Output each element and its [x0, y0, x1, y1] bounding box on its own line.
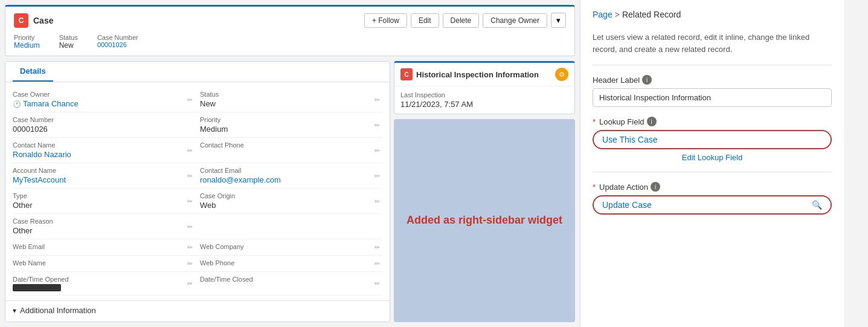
field-web-email: Web Email ✏: [13, 243, 195, 251]
field-contact-email: Contact Email ronaldo@example.com ✏: [200, 167, 382, 184]
update-action-label-text: Update Action: [599, 183, 648, 192]
field-case-owner: Case Owner 🕐Tamara Chance ✏: [13, 91, 195, 108]
edit-icon-contact-email: ✏: [375, 172, 380, 180]
case-meta: Priority Medium Status New Case Number 0…: [14, 34, 566, 50]
case-reason-value: Other: [13, 226, 195, 235]
edit-button[interactable]: Edit: [411, 13, 439, 28]
details-grid: Case Owner 🕐Tamara Chance ✏ Status New ✏…: [5, 82, 390, 300]
breadcrumb-current: Related Record: [622, 10, 681, 19]
update-action-group: * Update Action i Update Case 🔍: [593, 182, 832, 215]
meta-case-number: Case Number 00001026: [97, 34, 138, 50]
update-action-search-icon[interactable]: 🔍: [812, 200, 822, 210]
priority-value: Medium: [14, 41, 40, 50]
edit-icon-case-owner: ✏: [187, 96, 193, 103]
right-widget: C Historical Inspection Information ⚙ La…: [394, 61, 575, 322]
additional-info-label: Additional Information: [20, 306, 96, 315]
inspection-card-title-text: Historical Inspection Information: [416, 70, 539, 79]
config-panel: Page > Related Record Let users view a r…: [580, 0, 844, 327]
field-row-6: Web Email ✏ Web Company ✏: [13, 239, 382, 256]
field-row-7: Web Name ✏ Web Phone ✏: [13, 256, 382, 272]
status-value: New: [59, 41, 78, 50]
lookup-field-group: * Lookup Field i Use This Case Edit Look…: [593, 117, 832, 162]
field-web-phone: Web Phone ✏: [200, 259, 382, 268]
tab-details[interactable]: Details: [13, 62, 53, 82]
case-number-field: 00001026: [13, 125, 195, 134]
field-web-name: Web Name ✏: [13, 259, 195, 268]
case-title: C Case: [14, 13, 53, 28]
field-row-5: Case Reason Other ✏: [13, 214, 382, 239]
account-name-value[interactable]: MyTestAccount: [13, 175, 195, 184]
field-row-1: Case Number 00001026 Priority Medium ✏: [13, 112, 382, 138]
contact-email-value[interactable]: ronaldo@example.com: [200, 175, 382, 184]
field-account-name: Account Name MyTestAccount ✏: [13, 167, 195, 184]
field-type: Type Other ✏: [13, 192, 195, 210]
field-contact-name: Contact Name Ronaldo Nazario ✏: [13, 141, 195, 159]
divider-1: [593, 65, 832, 65]
edit-icon-web-email: ✏: [187, 244, 193, 251]
field-case-number: Case Number 00001026: [13, 116, 195, 134]
delete-button[interactable]: Delete: [443, 13, 480, 28]
inspection-settings-icon[interactable]: ⚙: [555, 68, 568, 81]
case-header: C Case + Follow Edit Delete Change Owner…: [5, 5, 575, 56]
lookup-label-text: Lookup Field: [599, 117, 644, 126]
breadcrumb-page-link[interactable]: Page: [593, 10, 612, 19]
meta-status: Status New: [59, 34, 78, 50]
field-datetime-closed: Date/Time Closed ✏: [200, 276, 382, 291]
update-action-container[interactable]: Update Case 🔍: [593, 195, 832, 215]
inspection-card-title: C Historical Inspection Information: [400, 68, 539, 80]
edit-icon-account-name: ✏: [187, 172, 193, 180]
sidebar-note: Added as right-sidebar widget: [394, 119, 575, 322]
lookup-use-this-case[interactable]: Use This Case: [593, 130, 832, 149]
config-description: Let users view a related record, edit it…: [593, 31, 832, 55]
header-label-input[interactable]: [593, 88, 832, 107]
case-owner-value[interactable]: 🕐Tamara Chance: [13, 99, 195, 108]
edit-icon-web-name: ✏: [187, 260, 193, 268]
edit-icon-datetime-opened: ✏: [187, 280, 193, 288]
actions-dropdown-button[interactable]: ▾: [551, 13, 566, 28]
case-icon: C: [14, 13, 28, 28]
inspection-case-icon: C: [400, 68, 413, 80]
field-case-reason: Case Reason Other ✏: [13, 218, 195, 235]
field-row-4: Type Other ✏ Case Origin Web ✏: [13, 189, 382, 214]
update-action-info-icon[interactable]: i: [651, 182, 660, 192]
change-owner-button[interactable]: Change Owner: [483, 13, 547, 28]
last-inspection-value: 11/21/2023, 7:57 AM: [400, 100, 568, 109]
field-row-8: Date/Time Opened ✏ Date/Time Closed ✏: [13, 272, 382, 296]
case-number-value: 00001026: [97, 41, 138, 48]
field-row-2: Contact Name Ronaldo Nazario ✏ Contact P…: [13, 138, 382, 163]
details-tabs: Details: [5, 62, 390, 82]
case-origin-value: Web: [200, 201, 382, 210]
breadcrumb-separator: >: [615, 10, 620, 19]
update-action-label: * Update Action i: [593, 182, 832, 192]
main-content: Details Case Owner 🕐Tamara Chance ✏ Stat…: [5, 61, 575, 322]
edit-icon-case-origin: ✏: [375, 197, 380, 205]
status-field-value: New: [200, 99, 382, 108]
edit-icon-contact-phone: ✏: [375, 146, 380, 154]
follow-button[interactable]: + Follow: [364, 13, 407, 28]
details-panel: Details Case Owner 🕐Tamara Chance ✏ Stat…: [5, 61, 390, 322]
update-action-value: Update Case: [602, 200, 652, 210]
edit-lookup-button[interactable]: Edit Lookup Field: [593, 153, 832, 162]
contact-name-value[interactable]: Ronaldo Nazario: [13, 150, 195, 159]
lookup-field-info-icon[interactable]: i: [647, 117, 657, 126]
last-inspection-label: Last Inspection: [400, 91, 568, 99]
edit-icon-status: ✏: [375, 96, 380, 103]
case-title-text: Case: [33, 16, 53, 25]
additional-info-section[interactable]: ▾ Additional Information: [5, 300, 390, 320]
field-contact-phone: Contact Phone ✏: [200, 141, 382, 159]
edit-icon-web-phone: ✏: [375, 260, 380, 268]
edit-icon-type: ✏: [187, 197, 193, 205]
lookup-field-label: * Lookup Field i: [593, 117, 832, 126]
field-row-0: Case Owner 🕐Tamara Chance ✏ Status New ✏: [13, 87, 382, 112]
field-row-3: Account Name MyTestAccount ✏ Contact Ema…: [13, 163, 382, 189]
header-label-info-icon[interactable]: i: [642, 75, 652, 85]
divider-2: [593, 172, 832, 172]
chevron-down-icon: ▾: [13, 306, 16, 315]
edit-icon-datetime-closed: ✏: [375, 280, 380, 288]
field-priority: Priority Medium ✏: [200, 116, 382, 134]
inspection-card: C Historical Inspection Information ⚙ La…: [394, 61, 575, 114]
type-value: Other: [13, 201, 195, 210]
case-actions: + Follow Edit Delete Change Owner ▾: [364, 13, 566, 28]
field-case-origin: Case Origin Web ✏: [200, 192, 382, 210]
priority-field: Medium: [200, 125, 382, 134]
